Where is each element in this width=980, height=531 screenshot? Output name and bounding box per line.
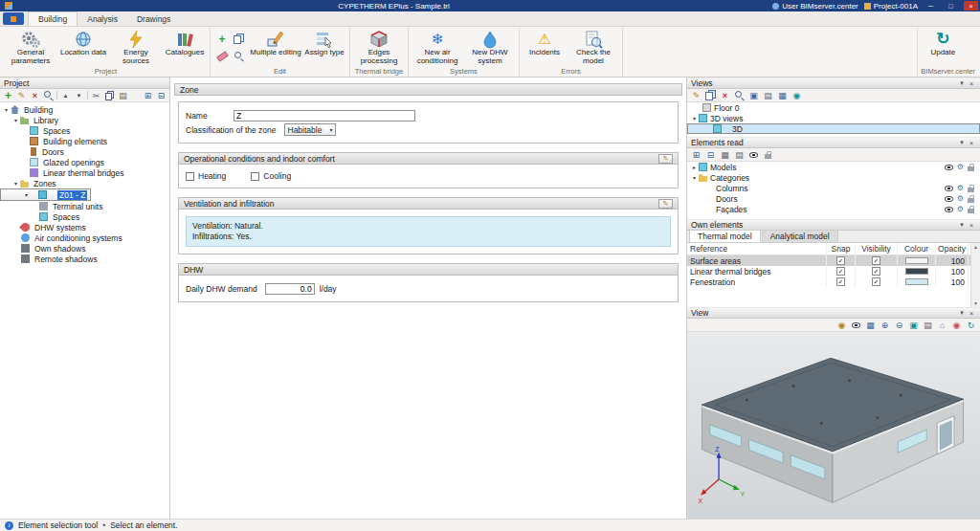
collapse-all-button[interactable]: ⊟ [156, 90, 167, 101]
expander-icon[interactable]: ▾ [690, 115, 699, 122]
eye-icon[interactable] [945, 196, 953, 202]
model-view-button[interactable]: ▦ [777, 91, 788, 100]
dhw-demand-input[interactable] [265, 283, 315, 295]
visibility-all-button[interactable] [748, 152, 759, 158]
layers-button[interactable]: ▤ [923, 321, 933, 330]
lock-icon[interactable] [968, 209, 974, 213]
table-row-surface-areas[interactable]: Surface areas ✓ ✓ 100 [687, 255, 980, 266]
table-row-linear-thermal-bridges[interactable]: Linear thermal bridges ✓ ✓ 100 [687, 266, 980, 277]
view-item-floor0[interactable]: Floor 0 [687, 102, 980, 113]
bimserver-user[interactable]: User BIMserver.center [772, 2, 858, 11]
print-view-button[interactable]: ▤ [763, 91, 773, 100]
elements-item-facades[interactable]: Façades ⚙ [687, 204, 980, 214]
expander-icon[interactable]: ▾ [2, 106, 11, 113]
tree-item-remote-shadows[interactable]: Remote shadows [0, 254, 169, 264]
view-group-3d-views[interactable]: ▾ 3D views [687, 113, 980, 123]
duplicate-button[interactable] [231, 31, 246, 47]
colour-swatch[interactable] [905, 257, 928, 264]
scroll-up-icon[interactable]: ▲ [973, 244, 978, 250]
eye-icon[interactable] [945, 186, 953, 191]
panel-close-icon[interactable]: × [967, 310, 976, 317]
eye-icon[interactable] [945, 165, 953, 170]
edges-processing-button[interactable]: Edges processing [353, 28, 405, 65]
panel-collapse-icon[interactable]: ▾ [957, 221, 967, 229]
list-button[interactable]: ▤ [734, 150, 745, 160]
orbit-button[interactable]: ◉ [836, 321, 847, 330]
panel-collapse-icon[interactable]: ▾ [957, 79, 967, 87]
cooling-checkbox[interactable] [251, 172, 259, 181]
gear-icon[interactable]: ⚙ [957, 164, 964, 171]
table-row-fenestration[interactable]: Fenestration ✓ ✓ 100 [687, 277, 980, 287]
visibility-button[interactable] [851, 322, 861, 328]
gear-icon[interactable]: ⚙ [957, 185, 964, 192]
catalogues-button[interactable]: Catalogues [163, 28, 207, 57]
new-air-conditioning-button[interactable]: ❄ New air conditioning [412, 28, 463, 65]
view-item-3d[interactable]: 3D [687, 123, 980, 134]
cut-button[interactable]: ✂ [91, 90, 101, 101]
add-button[interactable]: + [214, 31, 230, 47]
elements-item-doors[interactable]: Doors ⚙ [687, 193, 980, 204]
collapse-all-button[interactable]: ⊟ [705, 150, 716, 160]
elements-item-categories[interactable]: ▾ Categories [687, 172, 980, 183]
ventilation-edit-button[interactable]: ✎ [658, 199, 673, 209]
table-scrollbar[interactable]: ▲ ▼ [970, 243, 980, 307]
panel-collapse-icon[interactable]: ▾ [957, 139, 967, 146]
visibility-checkbox[interactable]: ✓ [872, 277, 880, 286]
home-view-button[interactable]: ⌂ [937, 321, 947, 330]
tree-item-zone-spaces[interactable]: Spaces [0, 211, 169, 222]
tree-item-terminal-units[interactable]: Terminal units [0, 201, 169, 211]
check-model-button[interactable]: Check the model [568, 28, 619, 65]
expand-all-button[interactable]: ⊞ [143, 90, 153, 101]
tree-item-dhw-systems[interactable]: DHW systems [0, 222, 169, 232]
expander-icon[interactable]: ▸ [690, 164, 699, 170]
grid-button[interactable]: ▦ [720, 150, 730, 160]
expander-icon[interactable]: ▾ [11, 117, 20, 123]
tab-drawings[interactable]: Drawings [127, 12, 180, 26]
panel-close-icon[interactable]: × [967, 222, 976, 229]
move-down-button[interactable]: ▼ [74, 90, 84, 101]
app-menu-button[interactable] [3, 12, 24, 25]
visibility-checkbox[interactable]: ✓ [872, 267, 880, 276]
tab-analysis[interactable]: Analysis [78, 12, 127, 26]
panel-close-icon[interactable]: × [967, 140, 976, 146]
snap-checkbox[interactable]: ✓ [836, 277, 845, 286]
tab-analytical-model[interactable]: Analytical model [762, 230, 838, 242]
search-button[interactable] [231, 48, 246, 64]
eye-icon[interactable] [945, 207, 953, 212]
colour-swatch[interactable] [905, 268, 928, 275]
expander-icon[interactable]: ▾ [690, 174, 699, 181]
tree-search-button[interactable] [43, 90, 54, 101]
lock-icon[interactable] [968, 188, 974, 192]
expander-icon[interactable]: ▾ [22, 191, 31, 198]
camera-button[interactable]: ▣ [748, 91, 759, 100]
expand-all-button[interactable]: ⊞ [691, 150, 702, 160]
tree-item-building-elements[interactable]: Building elements [0, 136, 169, 146]
tree-item-glazed-openings[interactable]: Glazed openings [0, 157, 169, 167]
elements-item-columns[interactable]: Columns ⚙ [687, 183, 980, 193]
gear-icon[interactable]: ⚙ [957, 195, 964, 203]
tree-item-doors[interactable]: Doors [0, 146, 169, 157]
close-button[interactable]: × [964, 1, 978, 11]
assign-type-button[interactable]: Assign type [302, 28, 346, 57]
lock-icon[interactable] [968, 198, 974, 203]
delete-view-button[interactable]: × [720, 91, 730, 100]
scroll-down-icon[interactable]: ▼ [973, 300, 978, 306]
paste-button[interactable]: ▤ [118, 90, 128, 101]
update-button[interactable]: ↻ Update [921, 28, 965, 57]
duplicate-view-button[interactable] [705, 90, 716, 100]
3d-viewport[interactable]: Z X Y [687, 332, 980, 519]
grid-button[interactable]: ▦ [865, 321, 876, 330]
minimize-button[interactable]: ─ [924, 1, 938, 11]
record-button[interactable]: ◉ [951, 321, 962, 330]
zoom-view-button[interactable] [734, 90, 745, 100]
tree-item-own-shadows[interactable]: Own shadows [0, 243, 169, 254]
visibility-checkbox[interactable]: ✓ [872, 256, 880, 265]
maximize-button[interactable]: □ [944, 1, 958, 11]
tree-item-linear-thermal-bridges[interactable]: Linear thermal bridges [0, 167, 169, 178]
panel-collapse-icon[interactable]: ▾ [957, 309, 967, 317]
bimserver-project[interactable]: Project-001A [864, 2, 918, 11]
tree-item-building[interactable]: ▾ Building [0, 104, 169, 115]
tree-item-spaces[interactable]: Spaces [0, 125, 169, 136]
display-options-button[interactable]: ◉ [791, 91, 802, 100]
elements-item-models[interactable]: ▸ Models ⚙ [687, 162, 980, 172]
